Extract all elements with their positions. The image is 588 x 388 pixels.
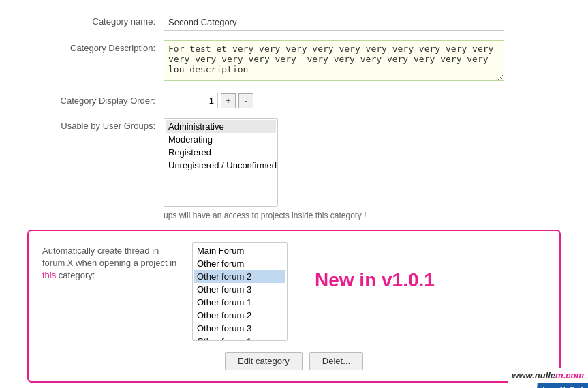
user-groups-listbox[interactable]: Administrative Moderating Registered Unr… [164, 118, 278, 207]
forum-thread-label: Automatically create thread in forum X w… [42, 242, 179, 282]
list-item[interactable]: Moderating [166, 133, 276, 146]
user-groups-label: Usable by User Groups: [27, 118, 164, 131]
forum-listbox[interactable]: Main Forum Other forum Other forum 2 Oth… [192, 242, 288, 341]
list-item[interactable]: Other forum [194, 257, 285, 270]
page-wrapper: Category name: Category Description: For… [0, 0, 588, 388]
order-input[interactable] [164, 93, 218, 108]
delete-button[interactable]: Delet... [309, 352, 363, 370]
order-minus-button[interactable]: - [238, 93, 253, 108]
list-item[interactable]: Other forum 1 [194, 335, 285, 341]
user-groups-row: Usable by User Groups: Administrative Mo… [27, 118, 561, 220]
list-item[interactable]: Other forum 1 [194, 296, 285, 309]
watermark-badge: LoveNulled [536, 383, 588, 388]
edit-category-button[interactable]: Edit category [225, 352, 303, 370]
category-name-input[interactable] [164, 14, 504, 31]
category-desc-input[interactable]: For test et very very very very very ver… [164, 40, 504, 81]
buttons-row: Edit category Delet... [42, 352, 546, 370]
display-order-control: + - [164, 93, 561, 108]
list-item[interactable]: Other forum 3 [194, 322, 285, 335]
list-item[interactable]: Registered [166, 146, 276, 159]
category-name-control [164, 14, 561, 31]
list-item[interactable]: Other forum 3 [194, 283, 285, 296]
category-desc-row: Category Description: For test et very v… [27, 40, 561, 83]
watermark: www.nullem.com LoveNulled [508, 368, 588, 388]
new-in-badge: New in v1.0.1 [315, 242, 435, 291]
bottom-inner: Automatically create thread in forum X w… [42, 242, 546, 370]
list-item[interactable]: Administrative [166, 120, 276, 133]
list-item[interactable]: Main Forum [194, 244, 285, 257]
display-order-label: Category Display Order: [27, 93, 164, 106]
list-item[interactable]: Other forum 2 [194, 309, 285, 322]
category-desc-control: For test et very very very very very ver… [164, 40, 561, 83]
category-name-row: Category name: [27, 14, 561, 31]
display-order-row: Category Display Order: + - [27, 93, 561, 108]
bottom-content-row: Automatically create thread in forum X w… [42, 242, 546, 341]
list-item[interactable]: Unregistered / Unconfirmed [166, 159, 276, 172]
user-groups-listbox-wrap: Administrative Moderating Registered Unr… [164, 118, 561, 207]
order-plus-button[interactable]: + [221, 93, 236, 108]
user-groups-control: Administrative Moderating Registered Unr… [164, 118, 561, 220]
watermark-url: www.nullem.com [508, 368, 588, 383]
category-name-label: Category name: [27, 14, 164, 27]
bottom-section: Automatically create thread in forum X w… [27, 230, 561, 383]
category-desc-label: Category Description: [27, 40, 164, 53]
order-wrap: + - [164, 93, 561, 108]
list-item[interactable]: Other forum 2 [194, 270, 285, 283]
access-note: ups will have an access to projects insi… [164, 211, 504, 220]
forum-select-wrap: Main Forum Other forum Other forum 2 Oth… [192, 242, 288, 341]
